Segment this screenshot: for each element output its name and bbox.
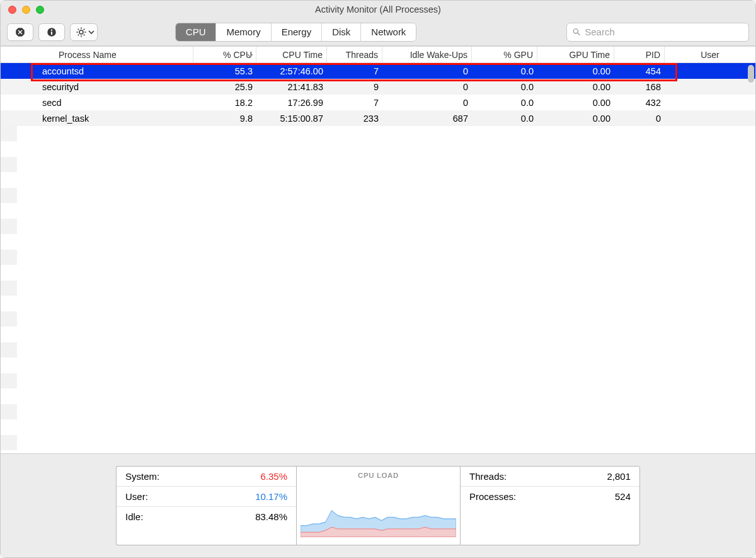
cell-process-name: securityd xyxy=(1,82,193,92)
svg-line-11 xyxy=(78,28,79,30)
col-header-user[interactable]: User xyxy=(665,47,755,62)
minimize-window-button[interactable] xyxy=(22,6,30,14)
col-header-threads[interactable]: Threads xyxy=(327,47,382,62)
col-header-idle-wakeups[interactable]: Idle Wake-Ups xyxy=(382,47,472,62)
svg-rect-5 xyxy=(51,31,52,34)
tab-energy[interactable]: Energy xyxy=(272,23,323,41)
cell-threads: 233 xyxy=(327,113,382,124)
process-table-body: accountsd55.32:57:46.00700.00.00454secur… xyxy=(1,63,755,453)
svg-line-12 xyxy=(84,34,85,35)
table-row[interactable]: secd18.217:26.99700.00.00432 xyxy=(1,95,755,110)
cell-cpu: 9.8 xyxy=(193,113,256,124)
search-icon xyxy=(572,27,581,37)
cell-process-name: secd xyxy=(1,98,193,108)
table-row[interactable]: securityd25.921:41.83900.00.00168 xyxy=(1,79,755,95)
tab-disk[interactable]: Disk xyxy=(322,23,361,41)
col-header-pid[interactable]: PID xyxy=(614,47,665,62)
threads-value: 2,801 xyxy=(607,471,631,482)
cell-threads: 7 xyxy=(327,98,382,108)
cell-idle-wakeups: 0 xyxy=(382,98,472,108)
table-header-row: Process Name % CPU CPU Time Threads Idle… xyxy=(1,47,755,63)
cell-gpu-time: 0.00 xyxy=(537,66,614,76)
idle-value: 83.48% xyxy=(255,511,287,522)
svg-point-15 xyxy=(573,29,578,33)
col-header-cpu-time[interactable]: CPU Time xyxy=(256,47,327,62)
zoom-window-button[interactable] xyxy=(36,6,44,14)
table-row[interactable]: kernel_task9.85:15:00.872336870.00.000 xyxy=(1,110,755,126)
threads-label: Threads: xyxy=(469,471,507,482)
svg-point-4 xyxy=(51,29,52,30)
svg-line-13 xyxy=(78,34,79,35)
user-label: User: xyxy=(125,491,148,502)
cpu-usage-panel: System: 6.35% User: 10.17% Idle: 83.48% xyxy=(116,466,296,545)
cell-threads: 9 xyxy=(327,82,382,92)
cell-cpu: 25.9 xyxy=(193,82,256,92)
cell-gpu: 0.0 xyxy=(472,113,537,124)
traffic-lights xyxy=(1,6,44,14)
titlebar: Activity Monitor (All Processes) xyxy=(1,1,755,18)
processes-label: Processes: xyxy=(469,491,516,502)
col-header-gpu[interactable]: % GPU xyxy=(472,47,537,62)
chevron-down-icon xyxy=(88,29,94,35)
cell-gpu-time: 0.00 xyxy=(537,113,614,124)
cpu-load-chart xyxy=(301,482,456,537)
cell-pid: 432 xyxy=(614,98,665,108)
processes-value: 524 xyxy=(615,491,631,502)
cell-idle-wakeups: 0 xyxy=(382,66,472,76)
cell-idle-wakeups: 687 xyxy=(382,113,472,124)
empty-row-stripes xyxy=(1,126,755,453)
cell-cpu: 55.3 xyxy=(193,66,256,76)
cell-pid: 168 xyxy=(614,82,665,92)
svg-point-6 xyxy=(79,30,83,34)
vertical-scrollbar-thumb[interactable] xyxy=(748,65,754,83)
tab-segmented-control: CPU Memory Energy Disk Network xyxy=(175,23,417,42)
tab-cpu[interactable]: CPU xyxy=(176,23,217,41)
close-window-button[interactable] xyxy=(8,6,16,14)
system-label: System: xyxy=(125,471,159,482)
idle-label: Idle: xyxy=(125,511,143,522)
svg-line-16 xyxy=(578,33,580,35)
footer-panel: System: 6.35% User: 10.17% Idle: 83.48% … xyxy=(1,453,755,557)
sort-descending-icon xyxy=(247,52,253,59)
svg-line-14 xyxy=(84,28,85,30)
cell-gpu: 0.0 xyxy=(472,66,537,76)
tab-memory[interactable]: Memory xyxy=(216,23,271,41)
quit-process-button[interactable] xyxy=(7,23,33,41)
cell-threads: 7 xyxy=(327,66,382,76)
cell-cpu-time: 21:41.83 xyxy=(256,82,327,92)
cell-cpu-time: 5:15:00.87 xyxy=(256,113,327,124)
table-row[interactable]: accountsd55.32:57:46.00700.00.00454 xyxy=(1,63,755,79)
search-field-wrap xyxy=(566,23,749,42)
counts-panel: Threads: 2,801 Processes: 524 xyxy=(460,466,640,545)
tab-network[interactable]: Network xyxy=(361,23,416,41)
col-header-cpu[interactable]: % CPU xyxy=(193,47,256,62)
gear-icon xyxy=(76,26,87,38)
cell-gpu: 0.0 xyxy=(472,98,537,108)
col-header-gpu-time[interactable]: GPU Time xyxy=(537,47,614,62)
options-menu-button[interactable] xyxy=(70,23,98,41)
cell-cpu: 18.2 xyxy=(193,98,256,108)
cell-gpu-time: 0.00 xyxy=(537,98,614,108)
cell-pid: 454 xyxy=(614,66,665,76)
stop-icon xyxy=(14,26,26,38)
info-icon xyxy=(46,26,57,38)
col-header-process-name[interactable]: Process Name xyxy=(1,47,193,62)
activity-monitor-window: Activity Monitor (All Processes) CPU Mem… xyxy=(0,0,756,558)
cell-idle-wakeups: 0 xyxy=(382,82,472,92)
cell-pid: 0 xyxy=(614,113,665,124)
cpu-load-chart-panel: CPU LOAD xyxy=(296,466,460,545)
process-area: Process Name % CPU CPU Time Threads Idle… xyxy=(1,46,755,453)
window-title: Activity Monitor (All Processes) xyxy=(1,4,755,15)
cell-gpu: 0.0 xyxy=(472,82,537,92)
cell-gpu-time: 0.00 xyxy=(537,82,614,92)
cell-cpu-time: 17:26.99 xyxy=(256,98,327,108)
user-value: 10.17% xyxy=(255,491,287,502)
system-value: 6.35% xyxy=(260,471,287,482)
inspect-process-button[interactable] xyxy=(38,23,65,41)
cell-cpu-time: 2:57:46.00 xyxy=(256,66,327,76)
cell-process-name: accountsd xyxy=(1,66,193,76)
cell-process-name: kernel_task xyxy=(1,113,193,124)
search-input[interactable] xyxy=(581,26,743,37)
chart-title: CPU LOAD xyxy=(297,467,460,479)
toolbar: CPU Memory Energy Disk Network xyxy=(1,18,755,46)
